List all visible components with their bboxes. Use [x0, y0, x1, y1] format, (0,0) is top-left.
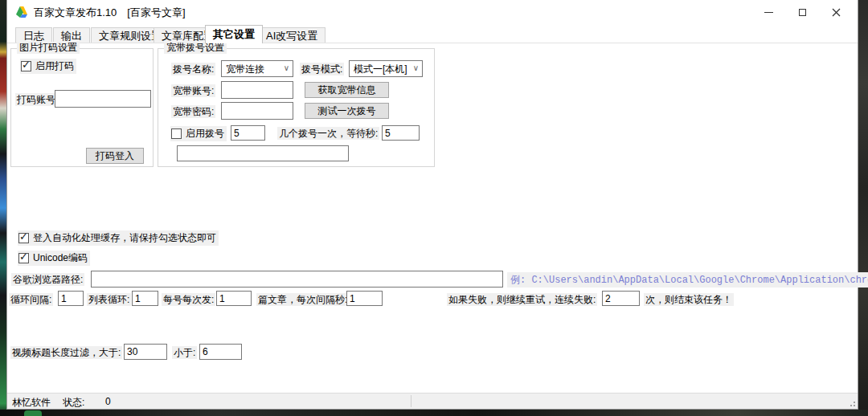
- app-window: 百家文章发布1.10[百家号文章] 日志 输出 文章规则设置 文章库配置 其它设…: [6, 0, 858, 410]
- window-title-main: 百家文章发布1.10: [34, 6, 117, 18]
- fail-suffix-label: 次，则结束该任务！: [644, 293, 734, 306]
- tab-label: 输出: [61, 30, 82, 42]
- dial-wait-label: 几个拨号一次，等待秒:: [277, 127, 379, 140]
- title-greater-input[interactable]: [124, 344, 167, 360]
- dial-settings-group: 宽带拨号设置 拨号名称: 宽带连接 ∨ 拨号模式: 模式一[本机] ∨ 宽带账号…: [158, 48, 435, 167]
- dial-count-input[interactable]: [231, 125, 265, 141]
- maximize-button[interactable]: [785, 0, 819, 24]
- close-button[interactable]: [819, 0, 853, 24]
- dial-mode-select[interactable]: 模式一[本机] ∨: [349, 60, 423, 77]
- minimize-icon: [764, 12, 773, 13]
- tab-log[interactable]: 日志: [15, 27, 52, 43]
- broadband-account-label: 宽带账号:: [171, 84, 215, 97]
- tab-label: 其它设置: [213, 28, 255, 40]
- title-less-input[interactable]: [199, 344, 242, 360]
- dial-wait-input[interactable]: [382, 125, 420, 141]
- chrome-path-hint: 例: C:\Users\andin\AppData\Local\Google\C…: [507, 272, 868, 288]
- post-interval-input[interactable]: [346, 291, 383, 306]
- list-loop-label: 列表循环:: [87, 293, 131, 306]
- status-value: 0: [105, 396, 111, 407]
- window-controls: [751, 0, 853, 24]
- captcha-account-label: 打码账号:: [15, 93, 59, 106]
- desktop-left-strip: [0, 0, 6, 416]
- enable-captcha-checkbox[interactable]: ✓ 启用打码: [20, 59, 76, 74]
- checkbox-box: [171, 128, 182, 139]
- broadband-password-label: 宽带密码:: [171, 105, 215, 118]
- checkbox-box: ✓: [18, 253, 29, 263]
- chevron-down-icon: ∨: [413, 63, 419, 72]
- title-filter-label: 视频标题长度过滤，大于:: [10, 346, 122, 359]
- test-dial-button[interactable]: 测试一次拨号: [305, 103, 389, 119]
- desktop-icon-fragment: [24, 410, 42, 416]
- tab-label: 文章规则设置: [99, 30, 162, 42]
- dial-name-select[interactable]: 宽带连接 ∨: [221, 60, 293, 77]
- broadband-password-input[interactable]: [221, 102, 293, 120]
- chrome-path-input[interactable]: [91, 271, 503, 288]
- desktop-bottom-strip: [0, 410, 868, 416]
- chrome-path-label: 谷歌浏览器路径:: [11, 273, 84, 286]
- tab-label: 日志: [23, 30, 44, 42]
- checkbox-box: ✓: [18, 233, 29, 243]
- tab-label: AI改写设置: [266, 30, 317, 42]
- loop-interval-label: 循环间隔:: [9, 293, 53, 306]
- check-icon: ✓: [19, 251, 28, 263]
- dial-name-label: 拨号名称:: [171, 63, 215, 75]
- checkbox-label: 启用拨号: [186, 127, 224, 141]
- fail-retry-label: 如果失败，则继续重试，连续失败:: [447, 293, 597, 306]
- per-post-input[interactable]: [216, 291, 252, 306]
- resize-grip[interactable]: [848, 399, 856, 407]
- unicode-checkbox[interactable]: ✓ Unicode编码: [18, 251, 90, 266]
- broadband-account-input[interactable]: [221, 81, 293, 99]
- brand-label: 林忆软件: [12, 396, 51, 410]
- title-less-label: 小于:: [172, 346, 197, 359]
- dial-name-value: 宽带连接: [226, 63, 264, 75]
- per-post-label: 每号每次发:: [162, 293, 215, 306]
- enable-dial-checkbox[interactable]: 启用拨号: [170, 126, 227, 141]
- captcha-account-input[interactable]: [55, 90, 151, 108]
- captcha-group-title: 图片打码设置: [17, 42, 80, 54]
- chevron-down-icon: ∨: [284, 63, 289, 72]
- dial-mode-value: 模式一[本机]: [354, 63, 407, 75]
- app-icon: [15, 6, 28, 18]
- checkbox-box: ✓: [21, 61, 31, 71]
- checkbox-label: Unicode编码: [33, 251, 88, 265]
- captcha-login-button[interactable]: 打码登入: [86, 148, 144, 164]
- cache-checkbox[interactable]: ✓ 登入自动化处理缓存，请保持勾选状态即可: [18, 230, 219, 246]
- get-broadband-info-button[interactable]: 获取宽带信息: [305, 82, 389, 98]
- desktop-background: 百家文章发布1.10[百家号文章] 日志 输出 文章规则设置 文章库配置 其它设…: [0, 0, 868, 416]
- checkbox-label: 启用打码: [35, 59, 74, 73]
- maximize-icon: [799, 9, 806, 16]
- dial-mode-label: 拨号模式:: [300, 63, 344, 75]
- loop-interval-input[interactable]: [58, 291, 84, 306]
- fail-count-input[interactable]: [602, 291, 640, 306]
- minimize-button[interactable]: [751, 0, 785, 24]
- window-title: 百家文章发布1.10[百家号文章]: [34, 6, 186, 20]
- dial-group-title: 宽带拨号设置: [164, 42, 227, 54]
- close-icon: [832, 8, 841, 17]
- list-loop-input[interactable]: [132, 291, 158, 306]
- post-interval-label: 篇文章，每次间隔秒:: [256, 293, 349, 306]
- dial-extra-input[interactable]: [177, 145, 349, 161]
- title-bar[interactable]: 百家文章发布1.10[百家号文章]: [7, 0, 858, 24]
- status-divider: [411, 395, 411, 407]
- checkbox-label: 登入自动化处理缓存，请保持勾选状态即可: [33, 231, 216, 245]
- check-icon: ✓: [22, 59, 31, 71]
- status-label: 状态:: [63, 396, 84, 410]
- desktop-right-strip: [858, 0, 868, 416]
- window-title-sub: [百家号文章]: [127, 6, 185, 18]
- status-bar: 林忆软件 状态: 0: [7, 393, 858, 409]
- check-icon: ✓: [19, 230, 28, 243]
- captcha-settings-group: 图片打码设置 ✓ 启用打码 打码账号: 打码登入: [10, 48, 154, 167]
- tab-output[interactable]: 输出: [53, 27, 90, 43]
- tab-strip: 日志 输出 文章规则设置 文章库配置 其它设置 AI改写设置: [7, 25, 858, 43]
- tab-ai-rewrite[interactable]: AI改写设置: [258, 27, 326, 43]
- tab-other-settings[interactable]: 其它设置: [205, 25, 263, 43]
